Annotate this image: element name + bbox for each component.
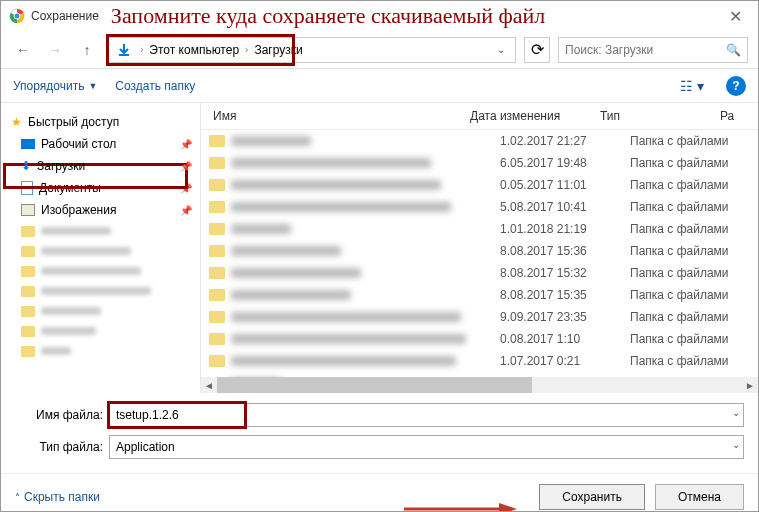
table-row[interactable]: 8.08.2017 15:36Папка с файлами [201, 240, 758, 262]
breadcrumb-root[interactable]: Этот компьютер [147, 43, 241, 57]
pin-icon: 📌 [180, 139, 192, 150]
annotation-text: Запомните куда сохраняете скачиваемый фа… [111, 3, 545, 29]
filetype-label: Тип файла: [15, 440, 103, 454]
file-type: Папка с файлами [630, 288, 750, 302]
column-type[interactable]: Тип [600, 109, 720, 123]
folder-icon [209, 333, 225, 345]
file-date: 9.09.2017 23:35 [500, 310, 630, 324]
new-folder-button[interactable]: Создать папку [115, 79, 195, 93]
file-date: 8.08.2017 15:36 [500, 244, 630, 258]
window-title: Сохранение [31, 9, 99, 23]
chevron-right-icon[interactable]: › [136, 44, 147, 55]
pin-icon: 📌 [180, 161, 192, 172]
file-date: 0.05.2017 11:01 [500, 178, 630, 192]
file-date: 0.08.2017 1:10 [500, 332, 630, 346]
hide-folders-link[interactable]: ˄ Скрыть папки [15, 490, 100, 504]
file-type: Папка с файлами [630, 178, 750, 192]
download-arrow-icon [116, 42, 132, 58]
breadcrumb-current[interactable]: Загрузки [252, 43, 304, 57]
folder-icon [209, 355, 225, 367]
chevron-right-icon[interactable]: › [241, 44, 252, 55]
column-name[interactable]: Имя [209, 109, 470, 123]
save-button[interactable]: Сохранить [539, 484, 645, 510]
up-button[interactable]: ↑ [75, 38, 99, 62]
download-icon: ⬇ [21, 159, 31, 173]
breadcrumb[interactable]: › Этот компьютер › Загрузки ⌄ [107, 37, 516, 63]
table-row[interactable]: 1.07.2017 0:21Папка с файлами [201, 350, 758, 372]
sidebar-desktop[interactable]: Рабочий стол 📌 [1, 133, 200, 155]
sidebar-documents[interactable]: Документы 📌 [1, 177, 200, 199]
chevron-down-icon: ▼ [88, 81, 97, 91]
folder-icon [209, 179, 225, 191]
file-type: Папка с файлами [630, 310, 750, 324]
star-icon: ★ [11, 115, 22, 129]
chevron-up-icon: ˄ [15, 492, 20, 503]
search-input[interactable]: 🔍 [558, 37, 748, 63]
table-row[interactable]: 0.05.2017 11:01Папка с файлами [201, 174, 758, 196]
file-type: Папка с файлами [630, 332, 750, 346]
folder-icon [209, 311, 225, 323]
breadcrumb-dropdown[interactable]: ⌄ [491, 44, 511, 55]
filename-input[interactable] [109, 403, 744, 427]
table-row[interactable]: 5.08.2017 10:41Папка с файлами [201, 196, 758, 218]
organize-button[interactable]: Упорядочить ▼ [13, 79, 97, 93]
search-field[interactable] [565, 43, 726, 57]
svg-rect-3 [119, 54, 129, 56]
filetype-select[interactable] [109, 435, 744, 459]
search-icon[interactable]: 🔍 [726, 43, 741, 57]
scroll-right-icon[interactable]: ► [742, 377, 758, 393]
folder-icon [209, 245, 225, 257]
view-options-button[interactable]: ☷ ▾ [676, 78, 708, 94]
file-type: Папка с файлами [630, 222, 750, 236]
refresh-button[interactable]: ⟳ [524, 37, 550, 63]
file-date: 6.05.2017 19:48 [500, 156, 630, 170]
file-type: Папка с файлами [630, 200, 750, 214]
table-row[interactable]: 1.01.2018 21:19Папка с файлами [201, 218, 758, 240]
folder-icon [209, 135, 225, 147]
svg-point-2 [14, 13, 20, 19]
help-button[interactable]: ? [726, 76, 746, 96]
table-row[interactable]: 6.05.2017 19:48Папка с файлами [201, 152, 758, 174]
folder-icon [209, 223, 225, 235]
file-type: Папка с файлами [630, 354, 750, 368]
table-row[interactable]: 8.08.2017 15:32Папка с файлами [201, 262, 758, 284]
desktop-icon [21, 139, 35, 149]
pin-icon: 📌 [180, 205, 192, 216]
forward-button[interactable]: → [43, 38, 67, 62]
file-type: Папка с файлами [630, 244, 750, 258]
file-date: 5.08.2017 10:41 [500, 200, 630, 214]
file-date: 8.08.2017 15:32 [500, 266, 630, 280]
pin-icon: 📌 [180, 183, 192, 194]
sidebar-quick-access[interactable]: ★ Быстрый доступ [1, 111, 200, 133]
table-row[interactable]: 1.02.2017 21:27Папка с файлами [201, 130, 758, 152]
close-icon[interactable]: ✕ [721, 7, 750, 26]
file-date: 1.01.2018 21:19 [500, 222, 630, 236]
folder-icon [209, 289, 225, 301]
sidebar-images[interactable]: Изображения 📌 [1, 199, 200, 221]
file-type: Папка с файлами [630, 266, 750, 280]
column-date[interactable]: Дата изменения [470, 109, 600, 123]
svg-marker-5 [499, 503, 517, 512]
folder-icon [209, 201, 225, 213]
cancel-button[interactable]: Отмена [655, 484, 744, 510]
horizontal-scrollbar[interactable]: ◄ ► [201, 377, 758, 393]
back-button[interactable]: ← [11, 38, 35, 62]
filename-label: Имя файла: [15, 408, 103, 422]
folder-icon [209, 157, 225, 169]
table-row[interactable]: 8.08.2017 15:35Папка с файлами [201, 284, 758, 306]
file-type: Папка с файлами [630, 156, 750, 170]
table-row[interactable]: 0.08.2017 1:10Папка с файлами [201, 328, 758, 350]
file-type: Папка с файлами [630, 134, 750, 148]
images-icon [21, 204, 35, 216]
column-size[interactable]: Ра [720, 109, 750, 123]
scroll-left-icon[interactable]: ◄ [201, 377, 217, 393]
annotation-arrow [399, 499, 519, 512]
chrome-icon [9, 8, 25, 24]
table-row[interactable]: 9.09.2017 23:35Папка с файлами [201, 306, 758, 328]
file-date: 1.02.2017 21:27 [500, 134, 630, 148]
document-icon [21, 181, 33, 195]
file-date: 1.07.2017 0:21 [500, 354, 630, 368]
sidebar-downloads[interactable]: ⬇ Загрузки 📌 [1, 155, 200, 177]
file-date: 8.08.2017 15:35 [500, 288, 630, 302]
folder-icon [209, 267, 225, 279]
